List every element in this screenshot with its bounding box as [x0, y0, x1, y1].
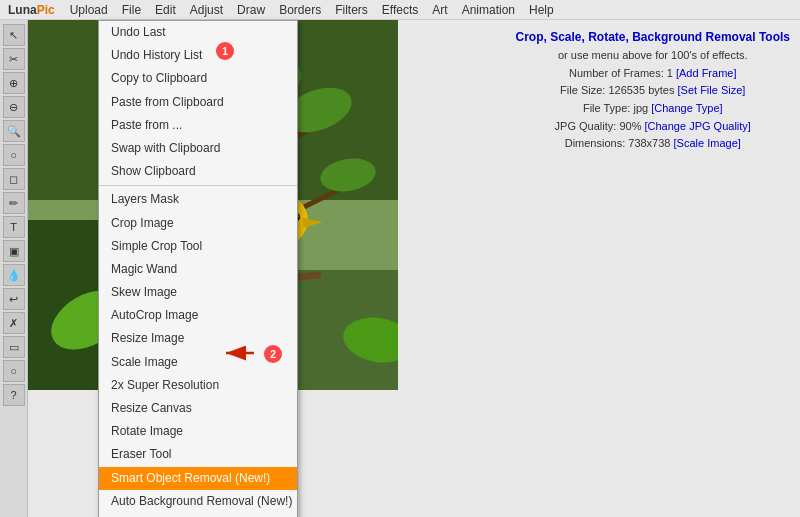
info-panel: Crop, Scale, Rotate, Background Removal … — [516, 28, 791, 153]
scale-image-link[interactable]: [Scale Image] — [674, 137, 741, 149]
dropdown-super-resolution[interactable]: 2x Super Resolution — [99, 374, 297, 397]
dropdown-sep1 — [99, 185, 297, 186]
dropdown-crop-image[interactable]: Crop Image — [99, 212, 297, 235]
tool-help[interactable]: ? — [3, 384, 25, 406]
tool-circle[interactable]: ○ — [3, 144, 25, 166]
toolbar: ↖ ✂ ⊕ ⊖ 🔍 ○ ◻ ✏ T ▣ 💧 ↩ ✗ ▭ ○ ? — [0, 20, 28, 517]
tool-select[interactable]: ↖ — [3, 24, 25, 46]
info-quality: JPG Quality: 90% [Change JPG Quality] — [516, 118, 791, 136]
info-dimensions: Dimensions: 738x738 [Scale Image] — [516, 135, 791, 153]
info-filesize: File Size: 126535 bytes [Set File Size] — [516, 82, 791, 100]
dropdown-paste-clipboard[interactable]: Paste from Clipboard — [99, 91, 297, 114]
tool-zoom-in[interactable]: ⊕ — [3, 72, 25, 94]
menu-animation[interactable]: Animation — [455, 1, 522, 19]
dropdown-simple-crop[interactable]: Simple Crop Tool — [99, 235, 297, 258]
menu-effects[interactable]: Effects — [375, 1, 425, 19]
menu-file[interactable]: File — [115, 1, 148, 19]
app-logo: LunaPic — [0, 3, 63, 17]
tool-crop[interactable]: ✂ — [3, 48, 25, 70]
dropdown-magic-wand[interactable]: Magic Wand — [99, 258, 297, 281]
dropdown-autocrop-image[interactable]: AutoCrop Image — [99, 304, 297, 327]
dropdown-paste-from[interactable]: Paste from ... — [99, 114, 297, 137]
annotation-circle-1: 1 — [216, 42, 234, 60]
tool-fill[interactable]: ▣ — [3, 240, 25, 262]
dropdown-undo-history[interactable]: Undo History List — [99, 44, 297, 67]
menu-edit[interactable]: Edit — [148, 1, 183, 19]
info-frames: Number of Frames: 1 [Add Frame] — [516, 65, 791, 83]
dropdown-auto-blur-bg[interactable]: Auto Blur Background (New!) — [99, 513, 297, 517]
tool-text[interactable]: T — [3, 216, 25, 238]
dropdown-swap-clipboard[interactable]: Swap with Clipboard — [99, 137, 297, 160]
dropdown-auto-bg-removal[interactable]: Auto Background Removal (New!) — [99, 490, 297, 513]
set-filesize-link[interactable]: [Set File Size] — [678, 84, 746, 96]
tool-rect2[interactable]: ▭ — [3, 336, 25, 358]
dropdown-undo-last[interactable]: Undo Last — [99, 21, 297, 44]
dropdown-copy-clipboard[interactable]: Copy to Clipboard — [99, 67, 297, 90]
main-area: Crop, Scale, Rotate, Background Removal … — [28, 20, 800, 517]
change-type-link[interactable]: [Change Type] — [651, 102, 722, 114]
tool-ellipse[interactable]: ○ — [3, 360, 25, 382]
add-frame-link[interactable]: [Add Frame] — [676, 67, 737, 79]
tool-dropper[interactable]: 💧 — [3, 264, 25, 286]
menu-draw[interactable]: Draw — [230, 1, 272, 19]
info-title[interactable]: Crop, Scale, Rotate, Background Removal … — [516, 30, 791, 44]
change-quality-link[interactable]: [Change JPG Quality] — [645, 120, 751, 132]
dropdown-eraser-tool[interactable]: Eraser Tool — [99, 443, 297, 466]
info-subtitle: or use menu above for 100's of effects. — [516, 47, 791, 65]
edit-dropdown: Undo Last Undo History List Copy to Clip… — [98, 20, 298, 517]
menu-bar: LunaPic Upload File Edit Adjust Draw Bor… — [0, 0, 800, 20]
tool-undo[interactable]: ↩ — [3, 288, 25, 310]
dropdown-smart-object-removal[interactable]: Smart Object Removal (New!) — [99, 467, 297, 490]
menu-adjust[interactable]: Adjust — [183, 1, 230, 19]
dropdown-resize-canvas[interactable]: Resize Canvas — [99, 397, 297, 420]
menu-help[interactable]: Help — [522, 1, 561, 19]
dropdown-show-clipboard[interactable]: Show Clipboard — [99, 160, 297, 183]
dropdown-rotate-image[interactable]: Rotate Image — [99, 420, 297, 443]
tool-pencil[interactable]: ✏ — [3, 192, 25, 214]
tool-rect[interactable]: ◻ — [3, 168, 25, 190]
tool-zoom-out[interactable]: ⊖ — [3, 96, 25, 118]
tool-close[interactable]: ✗ — [3, 312, 25, 334]
dropdown-skew-image[interactable]: Skew Image — [99, 281, 297, 304]
info-filetype: File Type: jpg [Change Type] — [516, 100, 791, 118]
menu-art[interactable]: Art — [425, 1, 454, 19]
menu-filters[interactable]: Filters — [328, 1, 375, 19]
annotation-circle-2: 2 — [264, 345, 282, 363]
menu-borders[interactable]: Borders — [272, 1, 328, 19]
dropdown-layers-mask[interactable]: Layers Mask — [99, 188, 297, 211]
tool-search[interactable]: 🔍 — [3, 120, 25, 142]
menu-upload[interactable]: Upload — [63, 1, 115, 19]
